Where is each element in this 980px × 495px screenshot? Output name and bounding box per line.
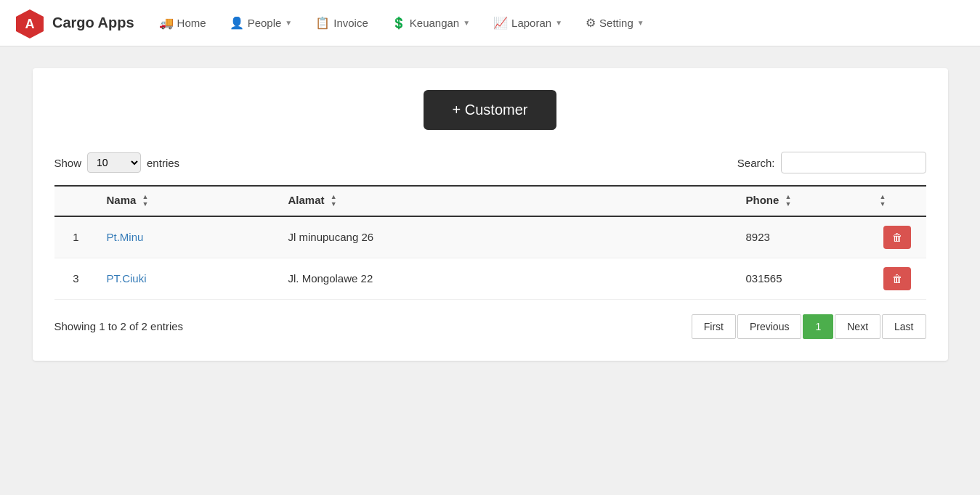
nav-link-setting[interactable]: ⚙ Setting ▼ bbox=[575, 9, 655, 37]
alamat-sort-icon: ▲▼ bbox=[331, 194, 337, 208]
setting-dropdown-arrow: ▼ bbox=[637, 19, 644, 27]
laporan-dropdown-arrow: ▼ bbox=[555, 19, 562, 27]
invoice-icon: 📋 bbox=[315, 16, 330, 30]
people-dropdown-arrow: ▼ bbox=[285, 19, 292, 27]
cell-action: 🗑 bbox=[868, 258, 926, 299]
show-entries-control: Show 10 25 50 100 entries bbox=[54, 152, 180, 173]
brand-logo[interactable]: A Cargo Apps bbox=[15, 8, 134, 38]
search-input[interactable] bbox=[781, 152, 926, 173]
people-icon: 👤 bbox=[230, 16, 244, 30]
nav-label-home: Home bbox=[177, 17, 206, 29]
pagination-btn-first[interactable]: First bbox=[692, 314, 736, 339]
table-controls: Show 10 25 50 100 entries Search: bbox=[54, 152, 926, 173]
brand-name: Cargo Apps bbox=[52, 15, 134, 31]
col-header-action: ▲▼ bbox=[868, 186, 926, 216]
col-header-num bbox=[54, 186, 98, 216]
nav-label-invoice: Invoice bbox=[333, 17, 368, 29]
col-alamat-label: Alamat bbox=[288, 194, 325, 206]
customer-name-link[interactable]: Pt.Minu bbox=[107, 231, 144, 243]
cell-phone: 031565 bbox=[737, 258, 868, 299]
content-card: + Customer Show 10 25 50 100 entries Sea… bbox=[33, 68, 948, 361]
action-sort-icon: ▲▼ bbox=[880, 194, 886, 208]
table-footer: Showing 1 to 2 of 2 entries FirstPreviou… bbox=[54, 314, 926, 339]
nama-sort-icon: ▲▼ bbox=[142, 194, 149, 208]
nav-label-laporan: Laporan bbox=[511, 17, 551, 29]
nav-item-setting: ⚙ Setting ▼ bbox=[575, 9, 655, 37]
search-label: Search: bbox=[737, 157, 775, 169]
cell-phone: 8923 bbox=[737, 216, 868, 258]
showing-text: Showing 1 to 2 of 2 entries bbox=[54, 320, 184, 332]
nav-item-invoice: 📋 Invoice bbox=[305, 9, 378, 37]
nav-item-home: 🚚 Home bbox=[149, 9, 216, 37]
col-header-alamat[interactable]: Alamat ▲▼ bbox=[280, 186, 737, 216]
customer-table: Nama ▲▼ Alamat ▲▼ Phone ▲▼ ▲▼ bbox=[54, 185, 926, 300]
table-row: 3PT.CiukiJl. Mongolawe 22031565🗑 bbox=[54, 258, 926, 299]
search-area: Search: bbox=[737, 152, 926, 173]
nav-link-keuangan[interactable]: 💲 Keuangan ▼ bbox=[381, 9, 480, 37]
nav-link-home[interactable]: 🚚 Home bbox=[149, 9, 216, 37]
nav-item-laporan: 📈 Laporan ▼ bbox=[483, 9, 572, 37]
keuangan-icon: 💲 bbox=[392, 16, 406, 30]
cell-action: 🗑 bbox=[868, 216, 926, 258]
col-phone-label: Phone bbox=[746, 194, 779, 206]
delete-button[interactable]: 🗑 bbox=[883, 267, 911, 290]
nav-menu: 🚚 Home 👤 People ▼ 📋 Invoice 💲 Keuangan ▼ bbox=[149, 9, 655, 37]
main-wrapper: + Customer Show 10 25 50 100 entries Sea… bbox=[0, 46, 980, 495]
nav-link-people[interactable]: 👤 People ▼ bbox=[219, 9, 303, 37]
pagination-btn-previous[interactable]: Previous bbox=[737, 314, 801, 339]
nav-label-people: People bbox=[248, 17, 282, 29]
pagination-btn-next[interactable]: Next bbox=[835, 314, 880, 339]
cell-num: 3 bbox=[54, 258, 98, 299]
table-row: 1Pt.MinuJl minupucang 268923🗑 bbox=[54, 216, 926, 258]
nav-label-setting: Setting bbox=[599, 17, 633, 29]
entries-select[interactable]: 10 25 50 100 bbox=[87, 152, 141, 173]
laporan-icon: 📈 bbox=[493, 16, 508, 30]
pagination: FirstPrevious1NextLast bbox=[692, 314, 926, 339]
col-header-nama[interactable]: Nama ▲▼ bbox=[98, 186, 280, 216]
pagination-btn-page1[interactable]: 1 bbox=[803, 314, 833, 339]
home-icon: 🚚 bbox=[159, 16, 174, 30]
nav-label-keuangan: Keuangan bbox=[410, 17, 459, 29]
nav-link-invoice[interactable]: 📋 Invoice bbox=[305, 9, 378, 37]
table-body: 1Pt.MinuJl minupucang 268923🗑3PT.CiukiJl… bbox=[54, 216, 926, 300]
cell-nama: Pt.Minu bbox=[98, 216, 280, 258]
pagination-btn-last[interactable]: Last bbox=[882, 314, 926, 339]
nav-link-laporan[interactable]: 📈 Laporan ▼ bbox=[483, 9, 572, 37]
cell-nama: PT.Ciuki bbox=[98, 258, 280, 299]
cell-alamat: Jl. Mongolawe 22 bbox=[280, 258, 737, 299]
col-header-phone[interactable]: Phone ▲▼ bbox=[737, 186, 868, 216]
table-header: Nama ▲▼ Alamat ▲▼ Phone ▲▼ ▲▼ bbox=[54, 186, 926, 216]
customer-name-link[interactable]: PT.Ciuki bbox=[107, 272, 147, 285]
cell-alamat: Jl minupucang 26 bbox=[280, 216, 737, 258]
brand-icon: A bbox=[15, 8, 45, 38]
nav-item-people: 👤 People ▼ bbox=[219, 9, 303, 37]
cell-num: 1 bbox=[54, 216, 98, 258]
show-label: Show bbox=[54, 157, 82, 169]
setting-icon: ⚙ bbox=[586, 16, 596, 30]
col-nama-label: Nama bbox=[107, 194, 137, 206]
svg-text:A: A bbox=[25, 17, 35, 31]
delete-button[interactable]: 🗑 bbox=[883, 226, 911, 249]
navbar: A Cargo Apps 🚚 Home 👤 People ▼ 📋 Invoice bbox=[0, 0, 980, 46]
entries-label: entries bbox=[147, 157, 179, 169]
phone-sort-icon: ▲▼ bbox=[785, 194, 792, 208]
keuangan-dropdown-arrow: ▼ bbox=[463, 19, 470, 27]
nav-item-keuangan: 💲 Keuangan ▼ bbox=[381, 9, 480, 37]
add-customer-button[interactable]: + Customer bbox=[424, 90, 557, 130]
